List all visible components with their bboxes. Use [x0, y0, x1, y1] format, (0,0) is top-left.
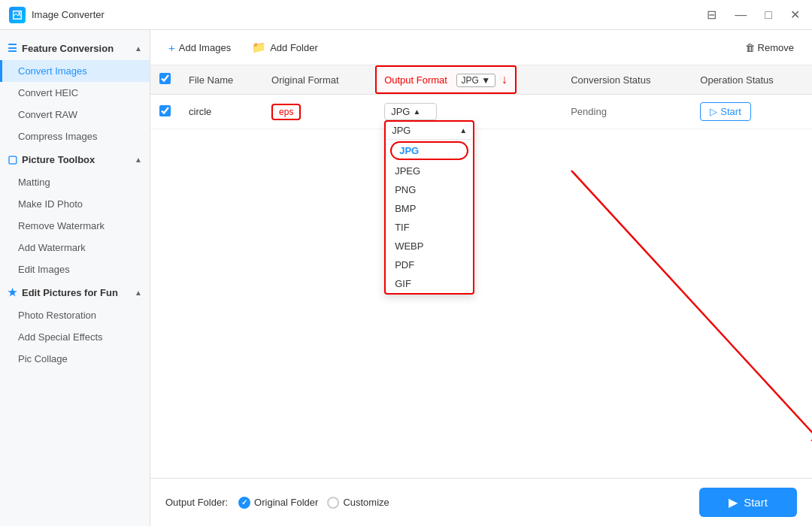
content-area: + Add Images 📁 Add Folder 🗑 Remove	[150, 30, 812, 526]
conversion-status-cell: Pending	[562, 95, 691, 129]
th-operation-status: Operation Status	[691, 65, 812, 95]
sidebar-section-feature-conversion[interactable]: ☰ Feature Conversion ▲	[0, 36, 150, 60]
dropdown-menu-header: JPG ▲	[386, 122, 473, 140]
start-icon: ▶	[729, 495, 738, 509]
app-icon	[9, 7, 26, 23]
arrow-annotation	[436, 156, 812, 478]
app-title: Image Converter	[32, 9, 105, 20]
customize-radio[interactable]	[327, 497, 339, 509]
th-checkbox	[150, 65, 180, 95]
sidebar-item-make-id-photo[interactable]: Make ID Photo	[0, 193, 150, 215]
sidebar: ☰ Feature Conversion ▲ Convert Images Co…	[0, 30, 150, 526]
sidebar-item-convert-heic[interactable]: Convert HEIC	[0, 82, 150, 104]
close-btn[interactable]: ✕	[787, 6, 803, 23]
sidebar-item-add-watermark[interactable]: Add Watermark	[0, 237, 150, 258]
th-output-format: Output Format JPG ▼ ↓	[375, 65, 562, 95]
dropdown-item-pdf[interactable]: PDF	[386, 255, 473, 274]
sidebar-item-photo-restoration[interactable]: Photo Restoration	[0, 304, 150, 326]
file-table: File Name Original Format Output Format …	[150, 65, 812, 129]
sidebar-item-convert-raw[interactable]: Convert RAW	[0, 104, 150, 125]
toolbox-icon: ▢	[8, 153, 17, 165]
maximize-btn[interactable]: □	[762, 6, 775, 23]
feature-conversion-label: Feature Conversion	[22, 43, 114, 54]
picture-toolbox-label: Picture Toolbox	[22, 154, 95, 165]
th-conversion-status: Conversion Status	[562, 65, 691, 95]
dropdown-item-jpeg[interactable]: JPEG	[386, 162, 473, 180]
dropdown-menu: JPG ▲ JPG JPEG PNG BMP TIF	[384, 120, 474, 295]
table-row: circle eps JPG ▲	[150, 95, 812, 129]
title-bar-left: Image Converter	[9, 7, 105, 23]
sidebar-item-compress-images[interactable]: Compress Images	[0, 125, 150, 147]
sidebar-item-pic-collage[interactable]: Pic Collage	[0, 348, 150, 370]
dropdown-item-webp[interactable]: WEBP	[386, 237, 473, 255]
output-format-dropdown-header[interactable]: JPG ▼	[456, 74, 496, 87]
fullscreen-btn[interactable]: ⊟	[704, 6, 720, 23]
title-bar: Image Converter ⊟ — □ ✕	[0, 0, 812, 30]
output-format-dropdown[interactable]: JPG ▲ JPG ▲ JP	[384, 103, 437, 120]
dropdown-header-chevron[interactable]: ▲	[459, 126, 467, 135]
operation-status-cell: ▷ Start	[691, 95, 812, 129]
title-controls: ⊟ — □ ✕	[704, 6, 803, 23]
add-images-icon: +	[168, 41, 175, 54]
radio-group: Original Folder Customize	[238, 497, 389, 509]
status-pending: Pending	[571, 106, 607, 117]
sidebar-item-edit-images[interactable]: Edit Images	[0, 258, 150, 280]
remove-button[interactable]: 🗑 Remove	[739, 39, 800, 56]
table-container: File Name Original Format Output Format …	[150, 65, 812, 478]
sidebar-item-add-special-effects[interactable]: Add Special Effects	[0, 326, 150, 348]
customize-option[interactable]: Customize	[327, 497, 389, 509]
bottom-bar: Output Folder: Original Folder Customize…	[150, 478, 812, 526]
original-format-cell: eps	[262, 95, 375, 129]
dropdown-scroll[interactable]: JPG JPEG PNG BMP TIF WEBP PDF GIF	[386, 140, 473, 293]
file-name-cell: circle	[180, 95, 262, 129]
chevron-down-icon: ▲	[135, 156, 142, 164]
chevron-up-icon: ▲	[135, 44, 142, 53]
dropdown-selected-value: JPG	[391, 106, 410, 117]
select-all-checkbox[interactable]	[159, 73, 171, 84]
sidebar-item-convert-images[interactable]: Convert Images	[0, 60, 150, 82]
row-checkbox-cell	[150, 95, 180, 129]
remove-icon: 🗑	[745, 42, 755, 53]
dropdown-item-bmp[interactable]: BMP	[386, 199, 473, 218]
sidebar-item-matting[interactable]: Matting	[0, 171, 150, 193]
dropdown-item-png[interactable]: PNG	[386, 180, 473, 199]
chevron-up-icon-dropdown: ▲	[413, 107, 420, 116]
add-images-button[interactable]: + Add Images	[162, 38, 237, 57]
start-button[interactable]: ▶ Start	[699, 488, 797, 517]
sidebar-item-remove-watermark[interactable]: Remove Watermark	[0, 215, 150, 237]
arrow-down-hint: ↓	[501, 73, 508, 86]
output-folder-section: Output Folder: Original Folder Customize	[165, 497, 389, 509]
th-file-name: File Name	[180, 65, 262, 95]
minimize-btn[interactable]: —	[732, 6, 750, 23]
dropdown-item-tif[interactable]: TIF	[386, 218, 473, 237]
svg-point-0	[18, 12, 20, 14]
original-format-badge: eps	[271, 104, 301, 120]
fun-icon: ★	[8, 286, 17, 298]
main-layout: ☰ Feature Conversion ▲ Convert Images Co…	[0, 30, 812, 526]
toolbar: + Add Images 📁 Add Folder 🗑 Remove	[150, 30, 812, 65]
th-original-format: Original Format	[262, 65, 375, 95]
output-folder-label: Output Folder:	[165, 497, 228, 508]
original-folder-option[interactable]: Original Folder	[238, 497, 318, 509]
feature-icon: ☰	[8, 42, 17, 54]
edit-pictures-label: Edit Pictures for Fun	[22, 287, 118, 298]
chevron-up-icon-fun: ▲	[135, 289, 142, 297]
dropdown-item-gif[interactable]: GIF	[386, 274, 473, 293]
add-folder-button[interactable]: 📁 Add Folder	[246, 38, 324, 57]
row-start-button[interactable]: ▷ Start	[700, 102, 750, 121]
svg-line-2	[571, 171, 812, 449]
dropdown-trigger[interactable]: JPG ▲	[384, 103, 437, 120]
sidebar-section-picture-toolbox[interactable]: ▢ Picture Toolbox ▲	[0, 147, 150, 171]
play-icon: ▷	[710, 106, 717, 117]
original-folder-radio[interactable]	[238, 497, 250, 509]
row-checkbox[interactable]	[159, 105, 171, 116]
output-format-cell: JPG ▲ JPG ▲ JP	[375, 95, 562, 129]
sidebar-section-edit-pictures[interactable]: ★ Edit Pictures for Fun ▲	[0, 280, 150, 304]
dropdown-item-jpg[interactable]: JPG	[390, 141, 468, 160]
add-folder-icon: 📁	[252, 41, 266, 54]
